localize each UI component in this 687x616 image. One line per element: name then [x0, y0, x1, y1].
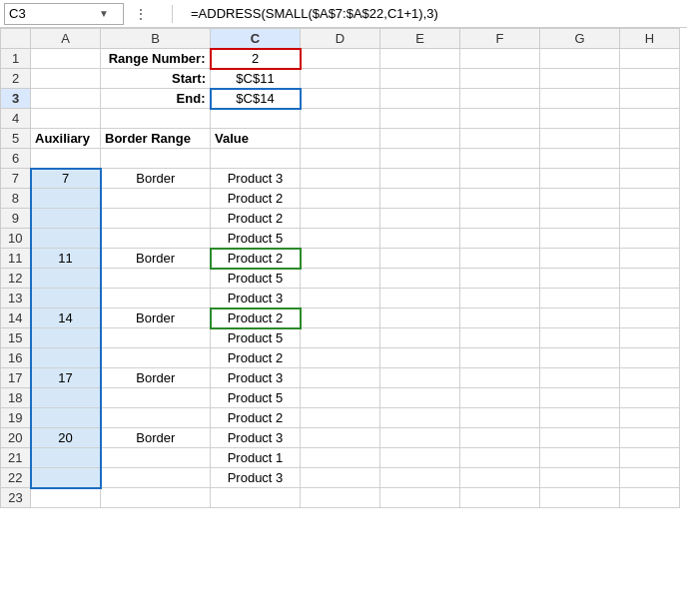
cell-5-f[interactable] — [460, 129, 540, 149]
cell-7-e[interactable] — [380, 169, 460, 189]
cell-11-a[interactable]: 11 — [31, 249, 101, 269]
cell-13-h[interactable] — [620, 289, 680, 308]
cell-13-b[interactable] — [101, 289, 211, 308]
col-header-c[interactable]: C — [211, 29, 301, 49]
cell-20-a[interactable]: 20 — [31, 428, 101, 448]
row-header-5[interactable]: 5 — [1, 129, 31, 149]
name-box-input[interactable] — [9, 6, 99, 21]
cell-16-f[interactable] — [460, 348, 540, 368]
cell-4-f[interactable] — [460, 109, 540, 129]
formula-input[interactable] — [187, 6, 687, 21]
cell-17-d[interactable] — [301, 368, 380, 388]
cell-17-f[interactable] — [460, 368, 540, 388]
cell-1-c[interactable]: 2 — [211, 49, 301, 69]
cell-6-h[interactable] — [620, 149, 680, 169]
col-header-g[interactable]: G — [540, 29, 620, 49]
cell-22-f[interactable] — [460, 468, 540, 488]
row-header-7[interactable]: 7 — [1, 169, 31, 189]
row-header-19[interactable]: 19 — [1, 408, 31, 428]
cell-15-c[interactable]: Product 5 — [211, 328, 301, 348]
cell-16-h[interactable] — [620, 348, 680, 368]
cell-3-d[interactable] — [301, 89, 380, 109]
cell-4-a[interactable] — [31, 109, 101, 129]
cell-8-h[interactable] — [620, 189, 680, 209]
cell-8-f[interactable] — [460, 189, 540, 209]
cell-5-c[interactable]: Value — [211, 129, 301, 149]
cell-13-a[interactable] — [31, 289, 101, 308]
cell-16-a[interactable] — [31, 348, 101, 368]
cell-23-d[interactable] — [301, 488, 380, 508]
cell-3-g[interactable] — [540, 89, 620, 109]
cell-11-f[interactable] — [460, 249, 540, 269]
row-header-17[interactable]: 17 — [1, 368, 31, 388]
cell-23-a[interactable] — [31, 488, 101, 508]
cell-21-b[interactable] — [101, 448, 211, 468]
cell-17-c[interactable]: Product 3 — [211, 368, 301, 388]
col-header-e[interactable]: E — [380, 29, 460, 49]
cell-3-b[interactable]: End: — [101, 89, 211, 109]
cell-9-a[interactable] — [31, 209, 101, 229]
cell-1-h[interactable] — [620, 49, 680, 69]
name-box[interactable]: ▼ — [4, 3, 124, 25]
cell-9-h[interactable] — [620, 209, 680, 229]
cell-17-g[interactable] — [540, 368, 620, 388]
cell-7-h[interactable] — [620, 169, 680, 189]
cell-15-e[interactable] — [380, 328, 460, 348]
cell-10-a[interactable] — [31, 229, 101, 249]
row-header-11[interactable]: 11 — [1, 249, 31, 269]
cell-23-g[interactable] — [540, 488, 620, 508]
cell-21-a[interactable] — [31, 448, 101, 468]
name-box-dropdown[interactable]: ▼ — [99, 8, 109, 19]
cell-20-h[interactable] — [620, 428, 680, 448]
cell-2-a[interactable] — [31, 69, 101, 89]
cell-11-b[interactable]: Border — [101, 249, 211, 269]
cell-19-c[interactable]: Product 2 — [211, 408, 301, 428]
cell-22-h[interactable] — [620, 468, 680, 488]
cell-10-g[interactable] — [540, 229, 620, 249]
cell-4-c[interactable] — [211, 109, 301, 129]
cell-14-c[interactable]: Product 2 — [211, 308, 301, 328]
cell-20-e[interactable] — [380, 428, 460, 448]
cell-1-f[interactable] — [460, 49, 540, 69]
row-header-22[interactable]: 22 — [1, 468, 31, 488]
cell-16-d[interactable] — [301, 348, 380, 368]
row-header-13[interactable]: 13 — [1, 289, 31, 308]
cell-9-d[interactable] — [301, 209, 380, 229]
cell-15-h[interactable] — [620, 328, 680, 348]
cell-10-f[interactable] — [460, 229, 540, 249]
cell-16-g[interactable] — [540, 348, 620, 368]
cell-12-f[interactable] — [460, 269, 540, 289]
cell-19-a[interactable] — [31, 408, 101, 428]
cell-6-b[interactable] — [101, 149, 211, 169]
row-header-4[interactable]: 4 — [1, 109, 31, 129]
cell-23-f[interactable] — [460, 488, 540, 508]
cell-4-e[interactable] — [380, 109, 460, 129]
cell-20-c[interactable]: Product 3 — [211, 428, 301, 448]
cell-6-c[interactable] — [211, 149, 301, 169]
cell-2-h[interactable] — [620, 69, 680, 89]
cell-7-d[interactable] — [301, 169, 380, 189]
cell-10-e[interactable] — [380, 229, 460, 249]
cell-7-c[interactable]: Product 3 — [211, 169, 301, 189]
cell-18-a[interactable] — [31, 388, 101, 408]
row-header-6[interactable]: 6 — [1, 149, 31, 169]
cell-16-b[interactable] — [101, 348, 211, 368]
cell-12-e[interactable] — [380, 269, 460, 289]
cell-14-g[interactable] — [540, 308, 620, 328]
cell-21-c[interactable]: Product 1 — [211, 448, 301, 468]
cell-21-g[interactable] — [540, 448, 620, 468]
cell-15-d[interactable] — [301, 328, 380, 348]
cell-2-b[interactable]: Start: — [101, 69, 211, 89]
row-header-10[interactable]: 10 — [1, 229, 31, 249]
cell-19-f[interactable] — [460, 408, 540, 428]
cell-12-h[interactable] — [620, 269, 680, 289]
cell-9-g[interactable] — [540, 209, 620, 229]
cell-14-d[interactable] — [301, 308, 380, 328]
cell-14-b[interactable]: Border — [101, 308, 211, 328]
cell-8-b[interactable] — [101, 189, 211, 209]
cell-19-g[interactable] — [540, 408, 620, 428]
row-header-3[interactable]: 3 — [1, 89, 31, 109]
row-header-14[interactable]: 14 — [1, 308, 31, 328]
cell-1-b[interactable]: Range Number: — [101, 49, 211, 69]
cell-6-g[interactable] — [540, 149, 620, 169]
